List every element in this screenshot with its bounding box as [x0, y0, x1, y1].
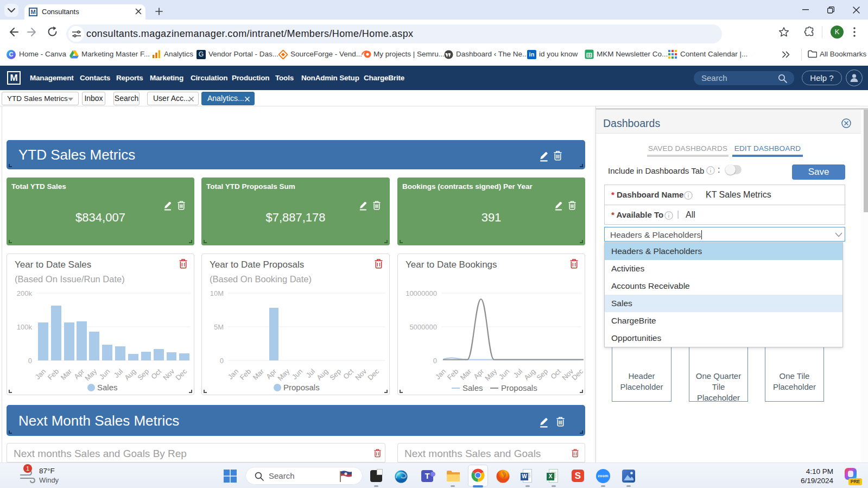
svg-text:Dec: Dec: [366, 367, 381, 382]
svg-text:May: May: [276, 367, 291, 382]
svg-text:May: May: [83, 367, 98, 382]
svg-text:Jul: Jul: [512, 367, 524, 379]
svg-text:5M: 5M: [214, 323, 224, 331]
svg-text:Apr: Apr: [72, 367, 86, 381]
svg-text:(Based On Issue/Run Date): (Based On Issue/Run Date): [15, 274, 125, 284]
svg-text:Feb: Feb: [238, 367, 252, 382]
svg-text:Jul: Jul: [305, 367, 316, 379]
svg-text:Jun: Jun: [290, 367, 304, 381]
svg-text:Dec: Dec: [570, 367, 585, 382]
svg-text:Jul: Jul: [112, 367, 124, 379]
svg-text:Aug: Aug: [315, 367, 330, 382]
svg-text:Feb: Feb: [446, 367, 460, 382]
svg-text:Proposals: Proposals: [501, 383, 537, 392]
svg-text:Sep: Sep: [535, 367, 549, 382]
svg-text:Nov: Nov: [353, 367, 368, 382]
svg-text:0: 0: [28, 357, 32, 365]
svg-text:Mar: Mar: [59, 367, 74, 382]
svg-text:Jun: Jun: [497, 367, 511, 381]
svg-text:Sales: Sales: [462, 383, 483, 392]
svg-text:Sep: Sep: [328, 367, 343, 382]
svg-text:200k: 200k: [17, 289, 33, 297]
svg-text:0: 0: [220, 357, 224, 365]
svg-text:Nov: Nov: [161, 367, 176, 382]
svg-text:0: 0: [433, 357, 437, 365]
svg-text:Jan: Jan: [34, 367, 47, 381]
svg-text:Jan: Jan: [226, 367, 240, 381]
svg-text:Oct: Oct: [149, 367, 163, 381]
svg-text:Feb: Feb: [46, 367, 60, 382]
svg-text:Year to Date Bookings: Year to Date Bookings: [406, 259, 497, 270]
svg-text:100k: 100k: [17, 323, 33, 331]
svg-text:Oct: Oct: [341, 367, 355, 381]
svg-text:Aug: Aug: [522, 367, 537, 382]
svg-text:10M: 10M: [210, 289, 224, 297]
svg-text:Year to Date Proposals: Year to Date Proposals: [210, 259, 304, 270]
svg-text:(Based On Booking Date): (Based On Booking Date): [210, 274, 312, 284]
svg-text:May: May: [483, 367, 498, 382]
svg-text:Oct: Oct: [549, 367, 562, 381]
svg-text:Jan: Jan: [434, 367, 447, 381]
svg-text:10000000: 10000000: [406, 289, 437, 297]
svg-text:Year to Date Sales: Year to Date Sales: [15, 259, 91, 270]
svg-text:Aug: Aug: [123, 367, 137, 382]
svg-text:Sep: Sep: [136, 367, 150, 382]
svg-text:Jun: Jun: [98, 367, 111, 381]
svg-text:Apr: Apr: [264, 367, 278, 381]
svg-text:Proposals: Proposals: [283, 383, 320, 392]
svg-text:Mar: Mar: [459, 367, 473, 382]
svg-text:Dec: Dec: [174, 367, 188, 382]
svg-text:5000000: 5000000: [409, 323, 437, 331]
svg-text:Sales: Sales: [97, 383, 118, 392]
svg-text:Mar: Mar: [251, 367, 266, 382]
svg-text:Apr: Apr: [472, 367, 485, 381]
